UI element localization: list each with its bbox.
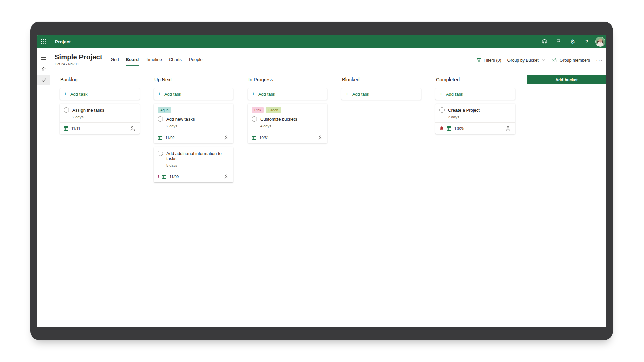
page-title: Simple Project [55,53,102,61]
add-task-label: Add task [70,92,88,97]
bucket-title[interactable]: In Progress [248,76,327,83]
assign-person-icon[interactable] [224,174,229,179]
bucket-title[interactable]: Blocked [341,76,421,83]
add-task-button[interactable]: + Add task [248,88,327,100]
add-task-button[interactable]: + Add task [154,88,233,100]
board-toolbar: Filters (0) Group by Bucket [476,57,603,63]
home-icon [41,66,46,72]
add-task-label: Add task [446,92,463,97]
assign-person-icon[interactable] [130,126,136,131]
nav-menu-button[interactable] [37,52,50,63]
assign-person-icon[interactable] [318,135,323,140]
calendar-icon [162,174,167,179]
assign-person-icon[interactable] [224,135,229,140]
bucket-blocked: Blocked + Add task [341,76,421,182]
project-date-range: Oct 24 - Nov 11 [55,62,102,66]
task-checkbox[interactable] [158,151,163,156]
add-task-button[interactable]: + Add task [341,88,421,100]
task-card[interactable]: Add additional information to tasks 5 da… [154,147,233,182]
calendar-icon [64,126,69,131]
label-chip-green[interactable]: Green [266,107,281,113]
bucket-backlog: Backlog + Add task Assign the tasks 2 da… [60,76,140,182]
tab-charts[interactable]: Charts [169,57,182,66]
bucket-title[interactable]: Backlog [60,76,140,83]
device-frame: Project ⚙ ? [30,22,613,340]
task-due-date: 10/25 [454,126,464,131]
group-by-dropdown[interactable]: Group by Bucket [507,58,545,63]
app-title: Project [55,39,71,44]
tab-people[interactable]: People [189,57,202,66]
app-bar-actions: ⚙ ? [539,36,606,47]
tab-board[interactable]: Board [126,57,139,66]
task-duration: 2 days [72,115,136,119]
task-checkbox[interactable] [252,116,257,122]
filters-button[interactable]: Filters (0) [476,58,501,63]
task-duration: 5 days [166,163,229,167]
group-members-icon [551,58,557,63]
task-checkbox[interactable] [158,116,163,122]
tab-grid[interactable]: Grid [111,57,119,66]
add-bucket-button[interactable]: Add bucket [527,75,606,84]
task-card[interactable]: Aqua Add new tasks 2 days [154,104,233,143]
assign-person-icon[interactable] [506,126,511,131]
gear-icon: ⚙ [570,39,575,45]
task-duration: 2 days [166,124,229,128]
add-task-button[interactable]: + Add task [435,88,515,100]
group-members-label: Group members [560,58,590,63]
add-task-label: Add task [258,92,275,97]
calendar-icon [158,135,163,140]
page-background: Project ⚙ ? [0,0,644,362]
help-button[interactable]: ? [581,36,592,47]
nav-home-button[interactable] [37,63,50,75]
more-options-button[interactable]: ··· [596,57,603,63]
left-rail [37,48,50,327]
app-launcher-button[interactable] [37,35,50,48]
bucket-title[interactable]: Completed [435,76,515,83]
calendar-icon [252,135,257,140]
settings-button[interactable]: ⚙ [567,36,578,47]
bucket-title[interactable]: Up Next [154,76,233,83]
app-body: Simple Project Oct 24 - Nov 11 Grid Boar… [37,48,606,327]
reminder-bell-icon [439,126,444,131]
app-window: Project ⚙ ? [37,35,606,327]
task-duration: 4 days [260,124,323,128]
smiley-icon [542,39,547,45]
task-checkbox[interactable] [439,107,445,113]
flag-button[interactable] [553,36,564,47]
task-card[interactable]: Assign the tasks 2 days [60,104,140,134]
plus-icon: + [439,91,443,97]
add-task-button[interactable]: + Add task [60,88,140,100]
task-due-date: 11/09 [169,175,179,179]
view-tabs: Grid Board Timeline Charts People [111,57,203,66]
task-due-date: 10/31 [259,136,269,140]
label-chip-aqua[interactable]: Aqua [158,107,171,113]
tab-timeline[interactable]: Timeline [146,57,162,66]
task-title: Create a Project [448,107,480,113]
kanban-board: Backlog + Add task Assign the tasks 2 da… [60,76,515,182]
task-title: Assign the tasks [72,107,104,113]
nav-tasks-button[interactable] [37,75,50,85]
task-card[interactable]: Create a Project 2 days [435,104,515,134]
bucket-up-next: Up Next + Add task Aqua Add new tasks [154,76,233,182]
task-due-date: 11/02 [165,136,175,140]
waffle-icon [41,39,46,44]
task-card[interactable]: Pink Green Customize buckets 4 days [248,104,327,143]
group-members-button[interactable]: Group members [551,58,590,63]
add-task-label: Add task [352,92,369,97]
plus-icon: + [158,91,161,97]
plus-icon: + [252,91,255,97]
bucket-in-progress: In Progress + Add task Pink Green C [248,76,327,182]
filter-funnel-icon [476,58,481,63]
project-header: Simple Project Oct 24 - Nov 11 [55,53,102,66]
plus-icon: + [64,91,67,97]
avatar[interactable] [595,37,605,47]
task-title: Add additional information to tasks [166,150,229,161]
chevron-down-icon [542,59,545,61]
feedback-button[interactable] [539,36,550,47]
label-chip-pink[interactable]: Pink [252,107,264,113]
bucket-completed: Completed + Add task Create a Project 2 … [435,76,515,182]
task-checkbox[interactable] [64,107,69,113]
group-by-label: Group by Bucket [507,58,539,63]
plus-icon: + [345,91,349,97]
priority-important-icon: ! [158,174,159,179]
